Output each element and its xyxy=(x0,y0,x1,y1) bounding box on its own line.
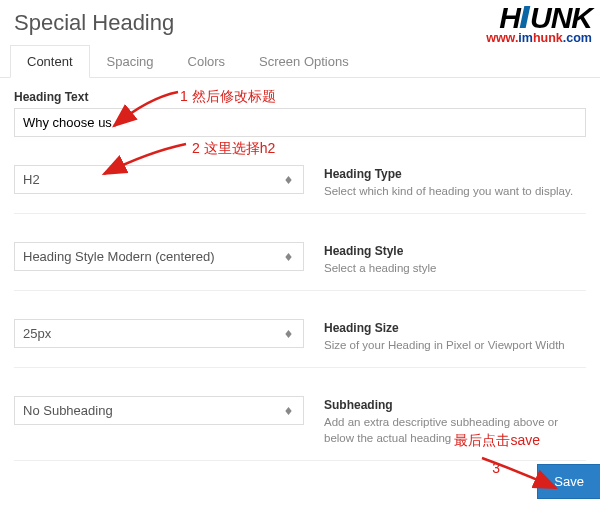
divider xyxy=(14,213,586,214)
annotation-4: 3 xyxy=(492,460,500,476)
tab-colors[interactable]: Colors xyxy=(171,45,243,78)
updown-icon xyxy=(281,330,295,338)
heading-text-input[interactable] xyxy=(14,108,586,137)
tab-content[interactable]: Content xyxy=(10,45,90,78)
heading-type-desc: Select which kind of heading you want to… xyxy=(324,183,586,199)
heading-style-value: Heading Style Modern (centered) xyxy=(23,249,281,264)
heading-size-title: Heading Size xyxy=(324,321,586,335)
updown-icon xyxy=(281,407,295,415)
logo-text: HUNK xyxy=(486,4,592,31)
divider xyxy=(14,290,586,291)
subheading-value: No Subheading xyxy=(23,403,281,418)
heading-type-value: H2 xyxy=(23,172,281,187)
tab-screen-options[interactable]: Screen Options xyxy=(242,45,366,78)
heading-size-value: 25px xyxy=(23,326,281,341)
subheading-select[interactable]: No Subheading xyxy=(14,396,304,425)
logo: HUNK www.imhunk.com xyxy=(486,4,592,45)
heading-text-label: Heading Text xyxy=(14,90,586,104)
save-button[interactable]: Save xyxy=(537,464,600,499)
heading-type-title: Heading Type xyxy=(324,167,586,181)
subheading-title: Subheading xyxy=(324,398,586,412)
form-body: Heading Text H2 Heading Type Select whic… xyxy=(0,78,600,461)
tabs: Content Spacing Colors Screen Options xyxy=(0,44,600,78)
heading-type-select[interactable]: H2 xyxy=(14,165,304,194)
updown-icon xyxy=(281,253,295,261)
logo-url: www.imhunk.com xyxy=(486,31,592,45)
heading-style-select[interactable]: Heading Style Modern (centered) xyxy=(14,242,304,271)
heading-style-desc: Select a heading style xyxy=(324,260,586,276)
heading-size-desc: Size of your Heading in Pixel or Viewpor… xyxy=(324,337,586,353)
divider xyxy=(14,367,586,368)
divider xyxy=(14,460,586,461)
updown-icon xyxy=(281,176,295,184)
tab-spacing[interactable]: Spacing xyxy=(90,45,171,78)
heading-style-title: Heading Style xyxy=(324,244,586,258)
subheading-desc: Add an extra descriptive subheading abov… xyxy=(324,414,586,446)
heading-size-select[interactable]: 25px xyxy=(14,319,304,348)
